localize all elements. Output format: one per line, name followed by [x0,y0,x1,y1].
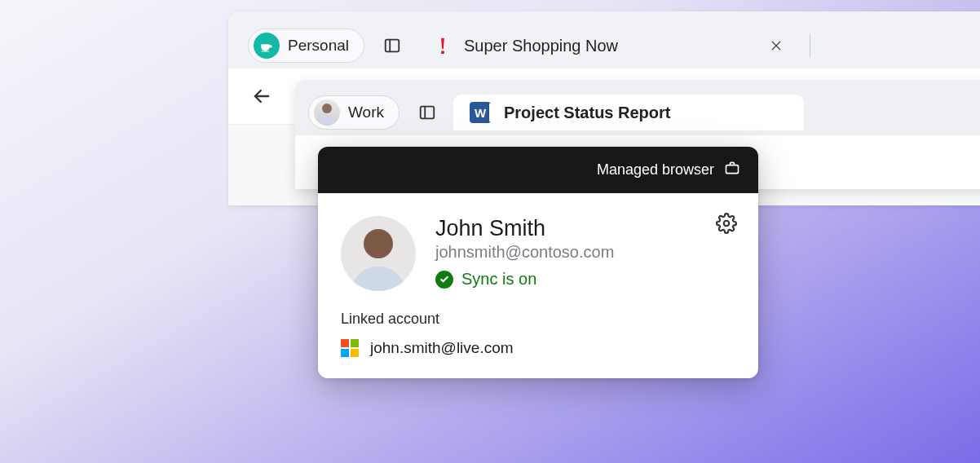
svg-rect-2 [421,107,435,119]
sync-status-row[interactable]: Sync is on [435,270,735,289]
tab-divider [810,33,810,58]
vertical-tabs-icon[interactable] [382,36,402,55]
popup-body: John Smith johnsmith@contoso.com Sync is… [318,193,758,378]
coffee-cup-icon [254,33,280,59]
tab-title: Project Status Report [504,104,670,122]
profile-popup: Managed browser John Smith johnsmith@con… [318,147,758,378]
close-icon[interactable] [767,37,785,55]
settings-icon[interactable] [716,213,739,236]
briefcase-icon [724,160,740,180]
warning-icon [435,37,451,54]
avatar [314,99,340,126]
managed-browser-label: Managed browser [597,161,714,179]
profile-info: John Smith johnsmith@contoso.com Sync is… [435,216,735,289]
linked-account-email: john.smith@live.com [370,339,514,357]
sync-status-label: Sync is on [461,270,536,289]
microsoft-logo-icon [341,339,359,357]
svg-rect-0 [386,40,400,52]
svg-rect-3 [726,165,739,174]
tab-super-shopping[interactable]: Super Shopping Now [418,28,801,64]
svg-point-5 [364,229,393,258]
tab-bar: Work W Project Status Report [295,90,980,135]
profile-switcher-work[interactable]: Work [308,95,400,130]
tab-project-status[interactable]: W Project Status Report [453,95,804,130]
user-email: johnsmith@contoso.com [435,243,735,262]
linked-account-row[interactable]: john.smith@live.com [341,339,735,364]
profile-row: John Smith johnsmith@contoso.com Sync is… [341,216,735,291]
checkmark-icon [435,271,453,289]
word-document-icon: W [470,102,491,123]
vertical-tabs-icon[interactable] [417,103,437,122]
avatar [341,216,416,291]
svg-point-1 [322,104,332,113]
tab-bar: Personal Super Shopping Now [228,23,980,68]
profile-label: Personal [288,37,349,55]
svg-point-4 [724,221,730,227]
user-name: John Smith [435,216,735,241]
linked-account-section-label: Linked account [341,311,735,328]
tab-title: Super Shopping Now [464,37,618,55]
profile-switcher-personal[interactable]: Personal [248,29,364,63]
back-button[interactable] [248,82,276,110]
profile-label: Work [348,104,384,121]
popup-header: Managed browser [318,147,758,193]
